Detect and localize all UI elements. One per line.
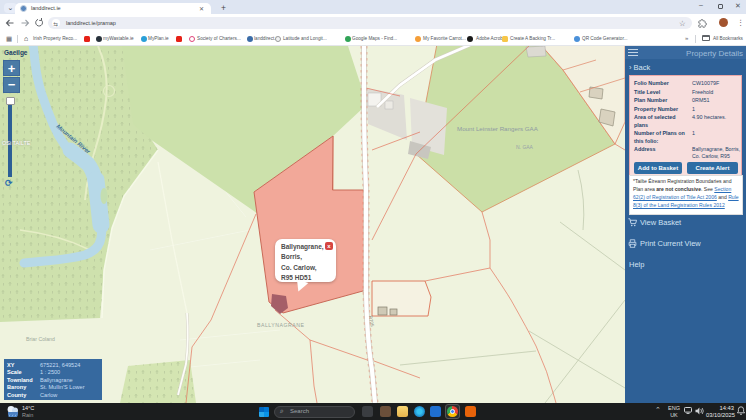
svg-text:Mount Leinster Rangers GAA: Mount Leinster Rangers GAA xyxy=(457,125,539,132)
svg-text:N. GAA: N. GAA xyxy=(516,144,534,150)
svg-text:Briar Coland: Briar Coland xyxy=(26,336,55,342)
svg-text:BALLYNAGRANE: BALLYNAGRANE xyxy=(257,322,304,328)
